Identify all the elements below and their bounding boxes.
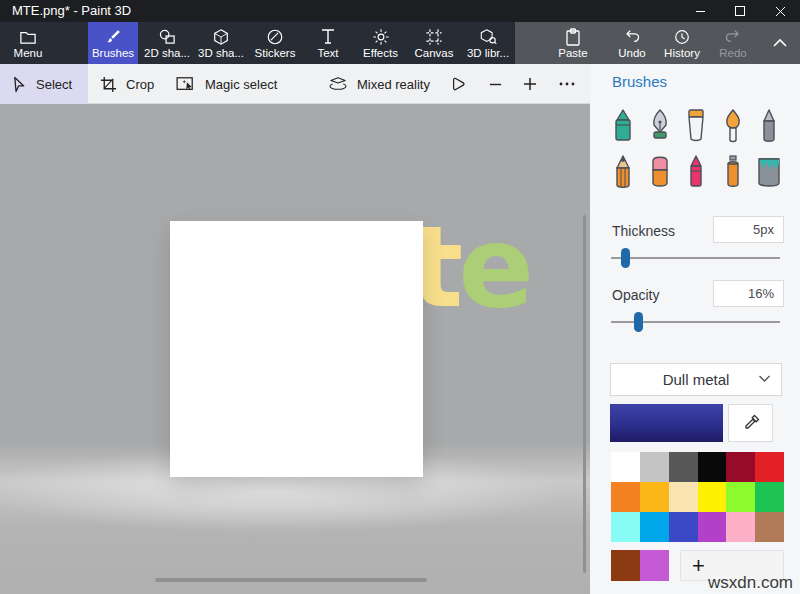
main-toolbar: Menu Brushes 2D sha... 3D sha... Sticker xyxy=(0,22,800,64)
thickness-slider[interactable] xyxy=(611,248,780,268)
tab-3d-shapes[interactable]: 3D sha... xyxy=(194,22,248,64)
tab-label: Brushes xyxy=(92,47,134,59)
palette-swatch[interactable] xyxy=(698,452,727,482)
tab-effects[interactable]: Effects xyxy=(354,22,407,64)
window-title: MTE.png* - Paint 3D xyxy=(12,3,131,18)
minus-icon xyxy=(488,77,503,92)
palette-swatch[interactable] xyxy=(726,452,755,482)
magic-select-icon xyxy=(176,76,196,92)
tab-brushes[interactable]: Brushes xyxy=(88,22,138,64)
ellipsis-icon xyxy=(558,81,576,87)
brush-crayon[interactable] xyxy=(681,154,711,190)
palette-swatch[interactable] xyxy=(755,482,784,512)
select-tool[interactable]: Select xyxy=(12,64,72,104)
color-palette xyxy=(611,452,784,542)
crop-tool[interactable]: Crop xyxy=(100,64,154,104)
undo-button[interactable]: Undo xyxy=(609,22,655,64)
opacity-slider[interactable] xyxy=(611,312,780,332)
collapse-ribbon-button[interactable] xyxy=(763,22,797,64)
opacity-slider-thumb[interactable] xyxy=(634,312,643,332)
drawing-canvas[interactable] xyxy=(170,221,423,477)
chevron-up-icon xyxy=(772,34,788,52)
menu-label: Menu xyxy=(14,47,43,59)
eyedropper-icon xyxy=(741,413,761,433)
select-label: Select xyxy=(36,77,72,92)
custom-color-swatch[interactable] xyxy=(611,550,640,581)
tab-label: Canvas xyxy=(415,47,454,59)
palette-swatch[interactable] xyxy=(726,512,755,542)
custom-color-swatch[interactable] xyxy=(640,550,669,581)
zoom-triangle-icon xyxy=(449,76,468,92)
brush-row-1 xyxy=(608,108,784,144)
tab-label: Text xyxy=(317,47,338,59)
stickers-icon xyxy=(266,28,284,46)
tab-label: 2D sha... xyxy=(144,47,190,59)
palette-swatch[interactable] xyxy=(755,452,784,482)
material-selected-value: Dull metal xyxy=(663,371,730,388)
window-controls xyxy=(680,0,800,22)
redo-icon xyxy=(724,28,742,46)
magic-select-tool[interactable]: Magic select xyxy=(176,64,277,104)
undo-icon xyxy=(623,28,641,46)
zoom-tool-button[interactable] xyxy=(449,64,468,104)
tab-2d-shapes[interactable]: 2D sha... xyxy=(140,22,194,64)
palette-swatch[interactable] xyxy=(640,512,669,542)
brush-fill[interactable] xyxy=(754,154,784,190)
canvas-viewport[interactable]: mte xyxy=(0,104,590,594)
material-dropdown[interactable]: Dull metal xyxy=(610,363,782,396)
thickness-slider-thumb[interactable] xyxy=(621,248,630,268)
brush-calligraphy-pen[interactable] xyxy=(645,108,675,144)
palette-swatch[interactable] xyxy=(755,512,784,542)
palette-swatch[interactable] xyxy=(611,512,640,542)
brushes-panel: Brushes xyxy=(590,64,800,594)
brush-pencil[interactable] xyxy=(608,154,638,190)
mixed-reality-icon xyxy=(328,76,348,92)
tab-label: Stickers xyxy=(255,47,296,59)
tab-text[interactable]: Text xyxy=(302,22,354,64)
brush-eraser[interactable] xyxy=(645,154,675,190)
maximize-button[interactable] xyxy=(720,0,760,22)
palette-swatch[interactable] xyxy=(726,482,755,512)
undo-label: Undo xyxy=(618,47,646,59)
palette-swatch[interactable] xyxy=(611,452,640,482)
palette-swatch[interactable] xyxy=(611,482,640,512)
tab-canvas[interactable]: Canvas xyxy=(407,22,461,64)
tab-stickers[interactable]: Stickers xyxy=(248,22,302,64)
redo-button[interactable]: Redo xyxy=(709,22,757,64)
palette-swatch[interactable] xyxy=(669,452,698,482)
tab-3d-library[interactable]: 3D libr... xyxy=(461,22,515,64)
zoom-in-button[interactable] xyxy=(522,64,538,104)
palette-swatch[interactable] xyxy=(640,452,669,482)
palette-swatch[interactable] xyxy=(698,482,727,512)
menu-button[interactable]: Menu xyxy=(6,22,50,64)
tab-label: Effects xyxy=(363,47,398,59)
palette-swatch[interactable] xyxy=(698,512,727,542)
history-button[interactable]: History xyxy=(655,22,709,64)
palette-swatch[interactable] xyxy=(640,482,669,512)
zoom-out-button[interactable] xyxy=(488,64,503,104)
mixed-reality-tool[interactable]: Mixed reality xyxy=(328,64,430,104)
more-options-button[interactable] xyxy=(558,64,576,104)
opacity-input[interactable]: 16% xyxy=(713,280,784,307)
paste-button[interactable]: Paste xyxy=(545,22,601,64)
history-clock-icon xyxy=(673,28,691,46)
brush-pixel-pen[interactable] xyxy=(754,108,784,144)
vertical-scrollbar[interactable] xyxy=(583,215,586,573)
current-color-swatch[interactable] xyxy=(610,404,723,442)
eyedropper-button[interactable] xyxy=(728,404,773,442)
palette-swatch[interactable] xyxy=(669,482,698,512)
minimize-button[interactable] xyxy=(680,0,720,22)
brush-oil-brush[interactable] xyxy=(718,108,748,144)
thickness-input[interactable]: 5px xyxy=(713,216,784,243)
brush-marker[interactable] xyxy=(608,108,638,144)
brush-spray-can[interactable] xyxy=(718,154,748,190)
brush-paint-brush[interactable] xyxy=(681,108,711,144)
select-cursor-icon xyxy=(12,76,27,93)
horizontal-scrollbar[interactable] xyxy=(155,578,427,582)
tab-label: 3D libr... xyxy=(467,47,509,59)
close-button[interactable] xyxy=(760,0,800,22)
thickness-slider-track xyxy=(611,257,780,259)
2d-shapes-icon xyxy=(158,28,177,46)
palette-swatch[interactable] xyxy=(669,512,698,542)
chevron-down-icon xyxy=(758,374,771,383)
